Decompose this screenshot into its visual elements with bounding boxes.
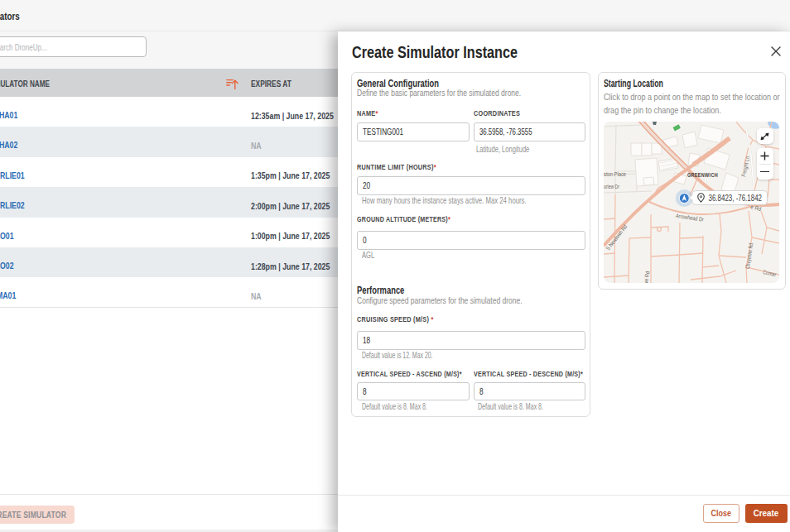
svg-text:36.8423, -76.1842: 36.8423, -76.1842	[709, 193, 763, 203]
svg-text:urlew Dr: urlew Dr	[604, 184, 619, 189]
svg-text:ston Place: ston Place	[604, 171, 626, 177]
svg-text:GREENWICH: GREENWICH	[687, 170, 718, 178]
